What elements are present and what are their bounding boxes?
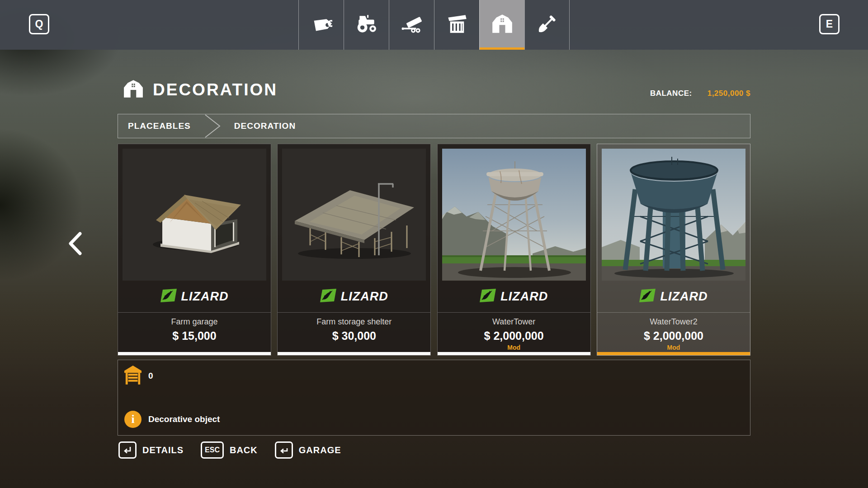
- item-price: $ 30,000: [278, 329, 430, 344]
- tab-landscaping[interactable]: [524, 0, 570, 50]
- card-underline: [118, 352, 271, 355]
- breadcrumb-decoration: DECORATION: [234, 121, 296, 131]
- brand-lizard: LIZARD: [597, 281, 750, 312]
- card-divider: [118, 312, 271, 313]
- tab-vehicles[interactable]: [344, 0, 389, 50]
- previous-page-arrow[interactable]: [66, 231, 83, 258]
- shop-category-tabs: [298, 0, 570, 50]
- tab-tools[interactable]: [389, 0, 434, 50]
- tab-objects[interactable]: [434, 0, 479, 50]
- card-underline: [438, 352, 590, 355]
- info-icon: i: [124, 411, 142, 428]
- barn-icon: [491, 13, 513, 37]
- item-price: $ 15,000: [118, 329, 271, 344]
- item-name: Farm garage: [118, 317, 271, 328]
- garage-button[interactable]: GARAGE: [275, 441, 341, 459]
- item-detail-panel: 0 i Decorative object: [118, 360, 750, 436]
- breadcrumb: PLACEABLES DECORATION: [118, 114, 750, 138]
- mod-badge: Mod: [597, 344, 750, 352]
- balance-label: BALANCE:: [650, 89, 692, 98]
- garage-icon: [124, 366, 142, 386]
- tipper-trailer-icon: [401, 13, 423, 37]
- item-price: $ 2,000,000: [597, 329, 750, 344]
- item-card-farm-garage[interactable]: LIZARD Farm garage $ 15,000: [118, 144, 271, 356]
- brand-lizard: LIZARD: [118, 281, 271, 312]
- brand-lizard: LIZARD: [438, 281, 590, 312]
- balance-value: 1,250,000 $: [708, 89, 750, 98]
- item-card-farm-storage-shelter[interactable]: LIZARD Farm storage shelter $ 30,000: [277, 144, 431, 356]
- tab-placeables[interactable]: [479, 0, 524, 50]
- chevron-left-icon: [66, 249, 83, 257]
- item-name: Farm storage shelter: [278, 317, 430, 328]
- shovel-icon: [536, 13, 558, 37]
- chevron-right-icon: [203, 114, 222, 138]
- mod-badge: Mod: [438, 344, 590, 352]
- breadcrumb-placeables[interactable]: PLACEABLES: [118, 121, 191, 131]
- details-label: DETAILS: [142, 445, 184, 455]
- card-underline: [597, 352, 750, 355]
- back-button[interactable]: ESC BACK: [201, 441, 258, 459]
- item-image-watertower2: [602, 149, 745, 281]
- brand-name: LIZARD: [660, 290, 708, 304]
- key-hint-e-label: E: [826, 18, 833, 30]
- key-hint-e[interactable]: E: [819, 14, 840, 34]
- card-divider: [597, 312, 750, 313]
- item-description: Decorative object: [148, 414, 220, 424]
- brand-name: LIZARD: [341, 290, 388, 304]
- enter-key-icon: [118, 441, 137, 459]
- description-row: i Decorative object: [124, 411, 220, 428]
- item-price: $ 2,000,000: [438, 329, 590, 344]
- item-card-watertower2[interactable]: LIZARD WaterTower2 $ 2,000,000 Mod: [597, 144, 750, 356]
- back-label: BACK: [230, 445, 258, 455]
- item-image-watertower: [442, 149, 586, 281]
- card-underline: [278, 352, 430, 355]
- tractor-icon: [356, 13, 377, 37]
- item-name: WaterTower2: [597, 317, 750, 328]
- pallet-shed-icon: [446, 13, 468, 37]
- balance: BALANCE: 1,250,000 $: [118, 89, 750, 98]
- brand-name: LIZARD: [181, 290, 229, 304]
- top-bar: Q: [0, 0, 868, 50]
- item-image-farm-storage-shelter: [282, 149, 426, 281]
- item-grid: LIZARD Farm garage $ 15,000: [118, 144, 750, 356]
- lizard-logo-icon: [480, 289, 496, 304]
- lizard-logo-icon: [320, 289, 336, 304]
- item-image-farm-garage: [123, 149, 266, 281]
- brand-lizard: LIZARD: [278, 281, 430, 312]
- owned-count-row: 0: [124, 366, 153, 386]
- price-tag-icon: [311, 13, 332, 37]
- card-divider: [438, 312, 590, 313]
- owned-count: 0: [148, 371, 153, 381]
- key-hint-q-label: Q: [35, 18, 43, 30]
- item-name: WaterTower: [438, 317, 590, 328]
- tab-sales[interactable]: [298, 0, 344, 50]
- backtab-key-icon: [275, 441, 293, 459]
- card-divider: [278, 312, 430, 313]
- footer-actions: DETAILS ESC BACK GARAGE: [118, 441, 341, 459]
- lizard-logo-icon: [160, 289, 177, 304]
- lizard-logo-icon: [639, 289, 656, 304]
- details-button[interactable]: DETAILS: [118, 441, 184, 459]
- brand-name: LIZARD: [500, 290, 548, 304]
- key-hint-q[interactable]: Q: [29, 14, 49, 34]
- esc-key: ESC: [201, 441, 224, 459]
- garage-label: GARAGE: [299, 445, 341, 455]
- item-card-watertower[interactable]: LIZARD WaterTower $ 2,000,000 Mod: [437, 144, 591, 356]
